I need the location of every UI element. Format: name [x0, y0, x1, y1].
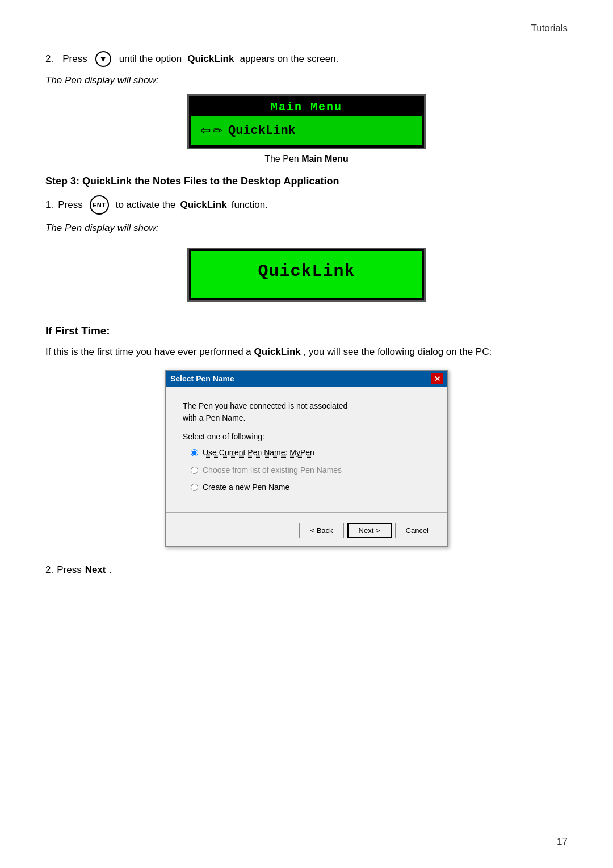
dialog-radio-group: Use Current Pen Name: MyPen Choose from … — [191, 448, 430, 492]
step2-line: 2. Press ▼ until the option QuickLink ap… — [45, 51, 568, 67]
step2-italic-note: The Pen display will show: — [45, 75, 568, 86]
step3-to-activate: to activate the — [116, 199, 176, 211]
step2-number: 2. — [45, 53, 53, 65]
step2-text-after: appears on the screen. — [240, 53, 338, 65]
pen-display-2: QuickLink — [45, 242, 568, 313]
pen-screen-1: Main Menu ⇦ ✏ QuickLink — [187, 94, 426, 149]
step3-sub-text-after: function. — [232, 199, 268, 211]
quicklink-icon: ⇦ ✏ — [200, 123, 222, 138]
step3-sub-line: 1. Press ENT to activate the QuickLink f… — [45, 195, 568, 215]
press-next-text: Press — [57, 564, 81, 576]
pen-screen-ql: QuickLink — [187, 248, 426, 302]
step3-italic-note: The Pen display will show: — [45, 223, 568, 234]
press-next-bold: Next — [85, 564, 106, 576]
pen-display-1: Main Menu ⇦ ✏ QuickLink The Pen Main Men… — [45, 94, 568, 164]
if-first-time-heading: If First Time: — [45, 325, 568, 337]
press-next-number: 2. — [45, 564, 53, 576]
quicklink-display-text: QuickLink — [258, 262, 355, 281]
radio-option-1[interactable]: Use Current Pen Name: MyPen — [191, 448, 430, 458]
dialog-titlebar: Select Pen Name ✕ — [166, 371, 447, 387]
radio-use-current-label: Use Current Pen Name: MyPen — [203, 448, 314, 458]
step3-quicklink-bold: QuickLink — [180, 199, 227, 211]
if-first-time-desc: If this is the first time you have ever … — [45, 344, 568, 359]
pen-draw-icon: ✏ — [213, 124, 222, 137]
select-pen-name-dialog: Select Pen Name ✕ The Pen you have conne… — [165, 370, 448, 547]
pen-display-caption: The Pen Main Menu — [264, 154, 349, 164]
down-arrow-icon: ▼ — [95, 51, 111, 67]
step2-text-before: Press — [62, 53, 87, 65]
press-next-line: 2. Press Next. — [45, 564, 568, 576]
dialog-title: Select Pen Name — [170, 374, 234, 383]
radio-create-new[interactable] — [191, 484, 198, 491]
ent-button-icon: ENT — [90, 195, 109, 215]
step2-quicklink-bold: QuickLink — [187, 53, 234, 65]
next-button[interactable]: Next > — [347, 523, 392, 538]
step3-sub-number: 1. — [45, 199, 53, 211]
dialog-buttons: < Back Next > Cancel — [166, 518, 447, 546]
pen-screen-ql-inner: QuickLink — [191, 251, 422, 298]
dialog-divider — [166, 512, 447, 513]
back-button[interactable]: < Back — [299, 523, 343, 538]
dialog-close-button[interactable]: ✕ — [431, 373, 443, 384]
radio-use-current[interactable] — [191, 449, 198, 456]
radio-choose-list-label: Choose from list of existing Pen Names — [203, 466, 342, 475]
page-header: Tutorials — [45, 23, 568, 34]
dialog-message: The Pen you have connected is not associ… — [183, 400, 430, 424]
radio-create-new-label: Create a new Pen Name — [203, 483, 289, 492]
step3-sub-text-before: Press — [58, 199, 82, 211]
step2-text-middle: until the option — [119, 53, 182, 65]
dialog-select-label: Select one of following: — [183, 432, 430, 441]
pen-screen-body-1: ⇦ ✏ QuickLink — [191, 116, 422, 145]
radio-choose-list[interactable] — [191, 467, 198, 474]
cancel-button[interactable]: Cancel — [395, 523, 439, 538]
step3-heading: Step 3: QuickLink the Notes Files to the… — [45, 175, 568, 187]
arrow-left-icon: ⇦ — [200, 123, 211, 138]
radio-option-2[interactable]: Choose from list of existing Pen Names — [191, 466, 430, 475]
radio-option-3[interactable]: Create a new Pen Name — [191, 483, 430, 492]
pen-screen-title: Main Menu — [191, 98, 422, 116]
pen-screen-body-text: QuickLink — [228, 124, 296, 138]
dialog-content: The Pen you have connected is not associ… — [166, 387, 447, 506]
page-number: 17 — [557, 836, 568, 848]
